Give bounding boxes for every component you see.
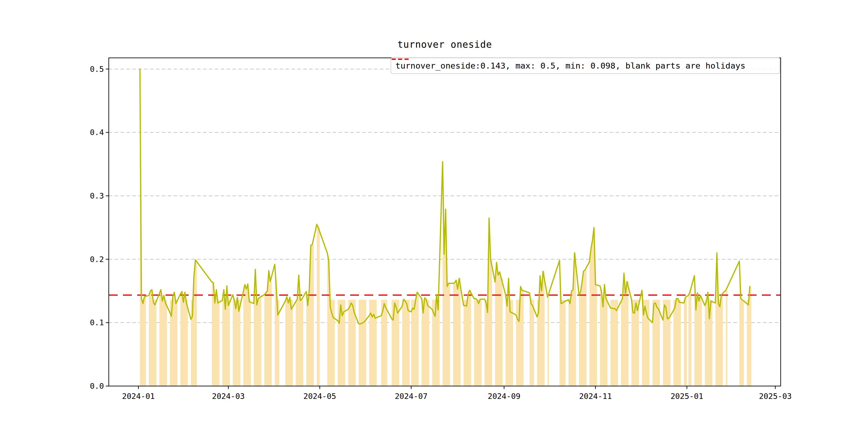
x-tick-label: 2024-05 [303, 392, 336, 401]
y-tick-label: 0.5 [90, 65, 104, 74]
y-axis-ticks: 0.00.10.20.30.40.5 [90, 65, 109, 391]
y-tick-label: 0.2 [90, 255, 104, 264]
y-tick-label: 0.3 [90, 191, 104, 200]
x-tick-label: 2024-01 [122, 392, 155, 401]
x-tick-label: 2024-03 [212, 392, 245, 401]
legend-box: turnover_oneside:0.143, max: 0.5, min: 0… [391, 57, 780, 74]
legend-label: turnover_oneside:0.143, max: 0.5, min: 0… [396, 61, 745, 70]
y-tick-label: 0.0 [90, 381, 104, 391]
x-tick-label: 2024-09 [488, 392, 520, 401]
figure-canvas: 2024-012024-032024-052024-072024-092024-… [0, 0, 868, 434]
y-tick-label: 0.4 [90, 128, 104, 137]
y-tick-label: 0.1 [90, 318, 104, 327]
x-tick-label: 2025-01 [671, 392, 703, 401]
x-tick-label: 2024-11 [579, 392, 612, 401]
chart-title: turnover oneside [397, 39, 492, 50]
x-tick-label: 2025-03 [759, 392, 792, 401]
x-axis-ticks: 2024-012024-032024-052024-072024-092024-… [122, 386, 792, 401]
red-dashed-line-icon [391, 58, 410, 61]
x-tick-label: 2024-07 [395, 392, 428, 401]
